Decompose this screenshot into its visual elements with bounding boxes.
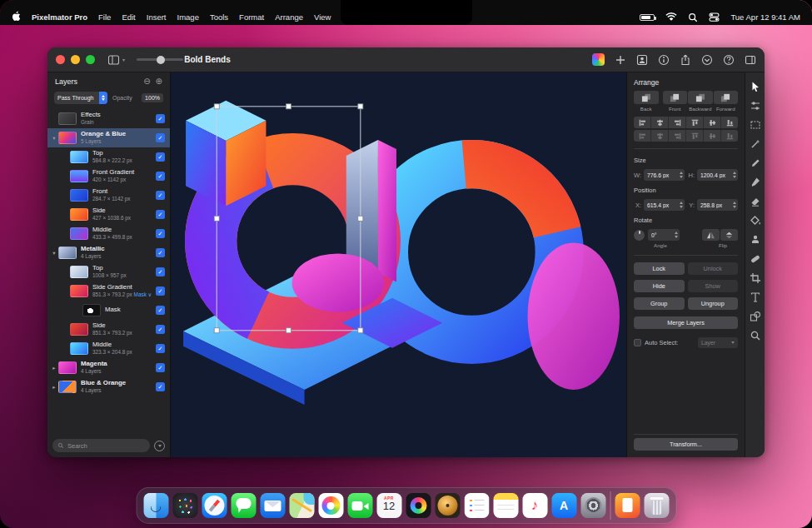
dock-notes[interactable] [493, 493, 518, 518]
dock-finder[interactable] [143, 493, 168, 518]
layer-row[interactable]: ▸ Blue & Orange 4 Layers [47, 377, 170, 396]
align-left-button[interactable] [634, 117, 651, 128]
distribute-left-button[interactable] [634, 130, 651, 142]
auto-select-checkbox[interactable] [634, 339, 641, 346]
layer-row[interactable]: Side 427 × 1038.6 px [47, 205, 170, 224]
merge-layers-button[interactable]: Merge Layers [634, 316, 738, 329]
dock-messages[interactable] [231, 493, 256, 518]
layer-visibility-checkbox[interactable] [156, 229, 165, 238]
search-input[interactable] [67, 442, 145, 450]
layer-row[interactable]: Front Gradient 420 × 1142 px [47, 167, 170, 186]
layer-visibility-checkbox[interactable] [156, 267, 165, 276]
width-field[interactable]: 776.6 px [644, 169, 685, 181]
send-backward-button[interactable] [688, 91, 713, 104]
dock-trash[interactable] [644, 493, 669, 518]
select-tool[interactable] [749, 118, 761, 131]
layer-visibility-checkbox[interactable] [156, 133, 165, 142]
stepper-icon[interactable] [680, 172, 683, 178]
dock-system-preferences[interactable] [580, 493, 605, 518]
menu-item[interactable]: Tools [210, 12, 228, 22]
zoom-window-button[interactable] [86, 55, 95, 64]
layer-visibility-checkbox[interactable] [156, 248, 165, 257]
bring-forward-button[interactable] [714, 91, 739, 104]
opacity-value[interactable]: 100% [142, 93, 163, 102]
dock-photos[interactable] [318, 493, 343, 518]
app-menu[interactable]: Pixelmator Pro [32, 12, 87, 22]
distribute-top-button[interactable] [686, 130, 704, 142]
send-to-back-button[interactable] [634, 91, 659, 104]
add-icon[interactable] [614, 53, 626, 66]
crop-tool[interactable] [749, 271, 761, 284]
dock-maps[interactable] [289, 493, 314, 518]
lock-button[interactable]: Lock [634, 262, 685, 275]
flip-horizontal-button[interactable] [702, 229, 720, 241]
menu-bar-clock[interactable]: Tue Apr 12 9:41 AM [730, 12, 800, 22]
layer-visibility-checkbox[interactable] [156, 344, 165, 353]
menu-item[interactable]: Insert [147, 12, 167, 22]
layer-visibility-checkbox[interactable] [156, 306, 165, 315]
pencil-tool[interactable] [749, 157, 761, 169]
unlock-button[interactable]: Unlock [688, 262, 739, 275]
ungroup-button[interactable]: Ungroup [688, 297, 739, 310]
layer-row[interactable]: Middle 323.3 × 204.8 px [47, 339, 170, 358]
dock-music[interactable] [522, 493, 547, 518]
stepper-icon[interactable] [733, 172, 736, 178]
align-center-button[interactable] [651, 117, 669, 128]
layer-row[interactable]: Middle 433.3 × 499.8 px [47, 224, 170, 243]
disclosure-icon[interactable]: ▸ [51, 365, 57, 371]
panels-icon[interactable] [744, 53, 756, 66]
transform-button[interactable]: Transform... [634, 438, 738, 451]
close-window-button[interactable] [56, 55, 65, 64]
more-options-icon[interactable] [700, 53, 713, 66]
paint-tool[interactable] [749, 176, 761, 188]
layer-visibility-checkbox[interactable] [156, 363, 165, 372]
zoom-tool[interactable] [749, 329, 761, 341]
style-tool[interactable] [749, 99, 761, 112]
layer-row[interactable]: Effects Grain [47, 109, 170, 128]
disclosure-icon[interactable]: ▾ [51, 135, 57, 142]
hide-button[interactable]: Hide [634, 280, 685, 292]
sidebar-toggle-button[interactable]: ▾ [107, 55, 125, 65]
show-button[interactable]: Show [688, 280, 739, 292]
search-options-icon[interactable] [154, 441, 165, 451]
canvas[interactable] [171, 72, 626, 457]
apple-menu-icon[interactable] [12, 11, 21, 23]
stepper-icon[interactable] [733, 202, 736, 208]
distribute-center-button[interactable] [651, 130, 669, 142]
layer-row[interactable]: Front 284.7 × 1142 px [47, 186, 170, 205]
align-bottom-button[interactable] [721, 117, 738, 128]
minimize-window-button[interactable] [71, 55, 80, 64]
auto-select-dropdown[interactable]: Layer [698, 337, 738, 348]
layer-row[interactable]: ▾ Metallic 4 Layers [47, 243, 170, 262]
rotate-knob[interactable] [634, 230, 645, 241]
spotlight-search-icon[interactable] [688, 12, 698, 22]
arrange-tool[interactable] [749, 80, 761, 92]
stepper-icon[interactable] [675, 232, 678, 238]
align-top-button[interactable] [686, 117, 704, 128]
layer-visibility-checkbox[interactable] [156, 210, 165, 219]
layer-visibility-checkbox[interactable] [156, 286, 165, 296]
layer-row[interactable]: Top 1008 × 957 px [47, 262, 170, 281]
disclosure-icon[interactable]: ▾ [51, 250, 57, 257]
align-right-button[interactable] [669, 117, 686, 128]
layer-row[interactable]: ▾ Orange & Blue 5 Layers [47, 128, 170, 147]
info-icon[interactable] [657, 53, 670, 66]
distribute-middle-button[interactable] [704, 130, 721, 142]
distribute-right-button[interactable] [669, 130, 686, 142]
dock-mail[interactable] [260, 493, 285, 518]
height-field[interactable]: 1200.4 px [697, 169, 738, 181]
group-button[interactable]: Group [634, 297, 685, 310]
menu-item[interactable]: Arrange [275, 12, 303, 22]
layer-visibility-checkbox[interactable] [156, 325, 165, 334]
dock-app-store[interactable] [551, 493, 576, 518]
y-field[interactable]: 258.8 px [697, 199, 738, 211]
battery-icon[interactable] [640, 14, 655, 21]
dock-safari[interactable] [202, 493, 227, 518]
dock-reminders[interactable] [464, 493, 489, 518]
dock-pixelmator-pro[interactable] [406, 493, 431, 518]
layer-row[interactable]: Mask [47, 301, 170, 320]
align-middle-button[interactable] [704, 117, 721, 128]
layer-visibility-checkbox[interactable] [156, 382, 165, 391]
control-center-icon[interactable] [709, 12, 720, 22]
flip-vertical-button[interactable] [720, 229, 738, 241]
